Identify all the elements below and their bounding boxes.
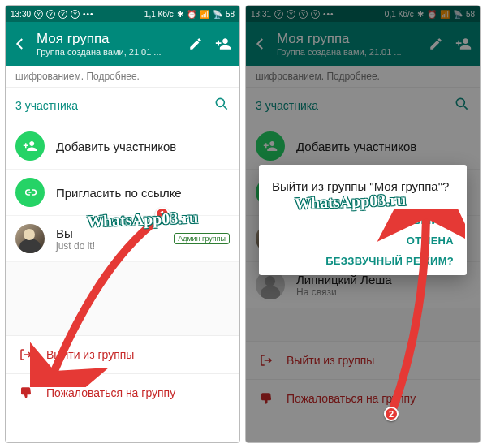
participants-header-row: 3 участника: [6, 88, 239, 123]
status-icon: Y: [71, 10, 80, 19]
participant-name: Вы: [56, 226, 162, 240]
statusbar: 13:30 Y Y Y Y ••• 1,1 Кб/с ✱ ⏰ 📶 📡 58: [6, 6, 239, 22]
dialog-title: Выйти из группы "Моя группа"?: [272, 179, 454, 193]
wifi-icon: 📡: [213, 10, 222, 19]
bluetooth-icon: ✱: [177, 10, 183, 19]
add-person-button[interactable]: [213, 36, 233, 52]
invite-link-label: Пригласить по ссылке: [56, 186, 230, 200]
participant-row-me[interactable]: Вы just do it! Админ группы: [6, 216, 239, 262]
statusbar-batt: 58: [226, 10, 235, 19]
svg-point-0: [216, 98, 224, 106]
avatar: [15, 224, 45, 253]
alarm-icon: ⏰: [187, 10, 196, 19]
dialog-mute-button[interactable]: БЕЗЗВУЧНЫЙ РЕЖИМ?: [325, 255, 454, 267]
leave-group-row[interactable]: Выйти из группы: [6, 335, 239, 373]
search-icon[interactable]: [213, 96, 230, 115]
add-participants-label: Добавить участников: [56, 140, 230, 153]
thumbs-down-icon: [17, 386, 35, 400]
group-title[interactable]: Моя группа: [37, 31, 178, 47]
dialog-confirm-button[interactable]: ВЫЙТИ: [413, 214, 454, 226]
phone-left: 13:30 Y Y Y Y ••• 1,1 Кб/с ✱ ⏰ 📶 📡 58 Мо: [5, 5, 240, 443]
leave-group-label: Выйти из группы: [46, 348, 134, 361]
statusbar-net: 1,1 Кб/с: [144, 10, 174, 19]
phone-right: 13:31 Y Y Y Y ••• 0,1 Кб/с ✱ ⏰ 📶 📡 58 Мо: [245, 5, 481, 443]
add-person-icon: [15, 131, 45, 161]
participant-status: just do it!: [56, 240, 162, 252]
statusbar-time: 13:30: [11, 10, 31, 19]
signal-icon: 📶: [200, 10, 209, 19]
group-subtitle: Группа создана вами, 21.01 ...: [37, 47, 178, 57]
link-icon: [15, 178, 45, 207]
leave-dialog: Выйти из группы "Моя группа"? ВЫЙТИ ОТМЕ…: [259, 165, 467, 275]
encryption-hint[interactable]: шифрованием. Подробнее.: [6, 66, 239, 88]
status-icon: Y: [34, 10, 43, 19]
invite-link-row[interactable]: Пригласить по ссылке: [6, 170, 239, 216]
spacer: [6, 262, 239, 335]
edit-button[interactable]: [186, 37, 205, 51]
report-group-row[interactable]: Пожаловаться на группу: [6, 373, 239, 411]
participants-count: 3 участника: [15, 99, 78, 112]
exit-icon: [17, 347, 35, 362]
appbar: Моя группа Группа создана вами, 21.01 ..…: [6, 22, 239, 66]
status-more-icon: •••: [83, 10, 94, 19]
add-participants-row[interactable]: Добавить участников: [6, 123, 239, 170]
back-button[interactable]: [12, 37, 28, 51]
report-group-label: Пожаловаться на группу: [46, 386, 175, 399]
admin-badge: Админ группы: [174, 233, 230, 244]
dialog-cancel-button[interactable]: ОТМЕНА: [407, 235, 454, 247]
status-icon: Y: [46, 10, 55, 19]
status-icon: Y: [58, 10, 67, 19]
